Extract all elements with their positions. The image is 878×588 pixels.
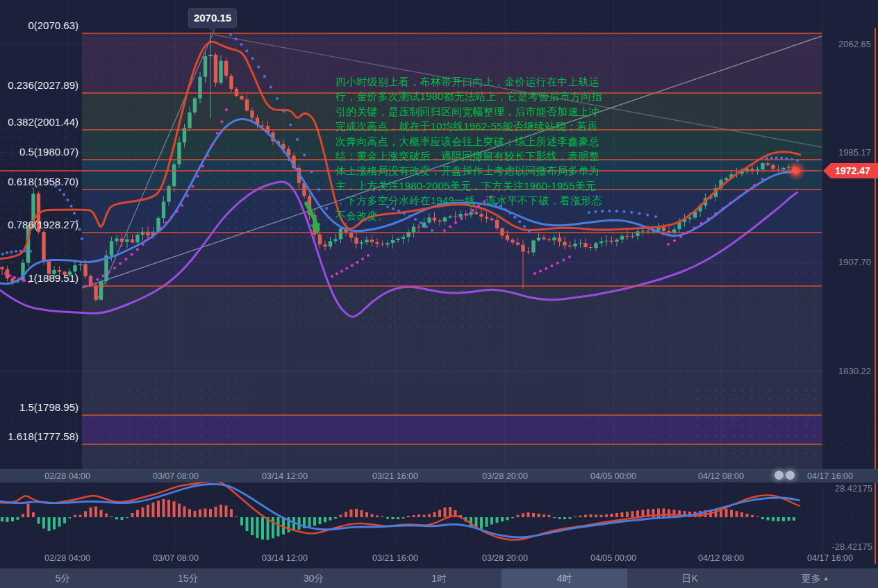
fib-level-label: 0.382(2001.44): [0, 116, 78, 128]
macd-scale-max: 28.42175: [835, 483, 872, 494]
time-axis-bottom: 02/28 04:0003/07 08:0003/14 12:0003/21 1…: [0, 553, 878, 564]
sar-dot: [303, 153, 306, 156]
time-axis-label: 04/17 16:00: [807, 471, 853, 481]
sar-dot: [96, 278, 99, 281]
tab-label: 15分: [178, 573, 199, 585]
timeframe-tabbar: 5分15分30分1时4时日K更多▲: [0, 568, 878, 588]
sar-dot: [545, 267, 547, 270]
sar-dot: [191, 185, 194, 187]
annotation-line: 完成次高点，就在于10均线1962-55能否继续站稳；若再: [336, 119, 602, 133]
tab-label: 更多: [802, 573, 821, 585]
sar-dot: [63, 193, 65, 196]
sar-dot: [289, 124, 292, 126]
sar-dot: [147, 237, 150, 240]
sar-dot: [630, 211, 633, 214]
last-price-glow: [786, 160, 806, 181]
price-chart-canvas[interactable]: [0, 0, 878, 469]
sar-dot: [165, 221, 167, 224]
sar-dot: [296, 138, 299, 141]
price-axis-label: 1830.22: [838, 367, 871, 376]
sar-dot: [707, 217, 710, 220]
macd-scale-min: -28.42175: [831, 541, 872, 552]
sar-dot: [251, 57, 254, 60]
sar-dot: [331, 275, 333, 278]
sar-dot: [170, 216, 173, 219]
tab-4h[interactable]: 4时: [502, 569, 627, 588]
sar-dot: [443, 229, 446, 232]
sar-dot: [257, 65, 260, 68]
time-axis-label: 03/14 12:00: [262, 471, 308, 481]
sar-dot: [356, 261, 358, 264]
time-axis-label: 03/28 20:00: [482, 471, 528, 481]
sar-dot: [345, 267, 348, 270]
sar-dot: [24, 250, 27, 253]
price-axis-label: 2062.65: [838, 40, 871, 49]
fib-level-label: 0.618(1958.70): [0, 176, 78, 188]
annotation-line: 结：黄金上涨突破后，遇阻回撤留有较长下影线，表明整: [336, 149, 602, 163]
sar-dot: [638, 212, 641, 215]
sar-dot: [679, 235, 682, 238]
tab-15min[interactable]: 15分: [126, 569, 251, 588]
sar-dot: [523, 225, 526, 228]
sar-dot: [201, 165, 204, 167]
analyst-annotation: 四小时级别上看，布林带开口向上，金价运行在中上轨运行，金价多次测试1980都无法…: [336, 74, 602, 223]
tab-daily[interactable]: 日K: [627, 569, 753, 588]
sar-dot: [216, 132, 219, 135]
sar-dot: [142, 243, 144, 246]
tab-1h[interactable]: 1时: [376, 569, 502, 588]
sar-dot: [263, 75, 266, 78]
sar-dot: [317, 188, 320, 191]
annotation-line: 体上涨格局没有改变，开盘操作上考虑以回撤布局多单为: [336, 163, 602, 178]
sar-dot: [197, 175, 199, 178]
scroll-to-latest-dots[interactable]: [786, 471, 795, 480]
sar-dot: [780, 157, 783, 160]
time-axis-label: 02/28 04:00: [44, 471, 90, 481]
time-axis[interactable]: 02/28 04:0003/07 08:0003/14 12:0003/21 1…: [0, 469, 878, 482]
sar-dot: [78, 228, 81, 231]
scroll-to-latest-dots[interactable]: [775, 471, 784, 480]
tab-label: 1时: [431, 573, 447, 585]
sar-dot: [745, 190, 747, 193]
sar-dot: [608, 210, 611, 212]
time-axis-label: 03/14 12:00: [262, 553, 308, 563]
tab-more[interactable]: 更多▲: [752, 569, 878, 588]
sar-dot: [240, 43, 242, 46]
sar-dot: [181, 204, 183, 207]
sar-dot: [550, 264, 553, 267]
sar-dot: [6, 251, 8, 254]
time-axis-label: 03/28 20:00: [482, 553, 528, 563]
fib-level-label: 0.786(1928.27): [0, 219, 78, 231]
tab-label: 4时: [557, 573, 572, 585]
sar-dot: [785, 157, 788, 160]
sar-dot: [700, 222, 703, 225]
annotation-line: 四小时级别上看，布林带开口向上，金价运行在中上轨运: [336, 74, 602, 89]
time-axis-label: 03/07 08:00: [153, 553, 199, 563]
sar-dot: [693, 227, 696, 230]
sar-dot: [737, 196, 740, 199]
time-axis-label: 04/05 00:00: [590, 471, 636, 481]
tab-30min[interactable]: 30分: [251, 569, 376, 588]
fib-level-label: 1.618(1777.58): [0, 430, 78, 443]
sar-dot: [176, 210, 179, 213]
sar-dot: [186, 194, 189, 197]
sar-dot: [276, 97, 279, 100]
price-axis-label: 1985.17: [838, 148, 871, 158]
macd-indicator-canvas[interactable]: [0, 482, 878, 564]
sar-dot: [154, 233, 156, 235]
sar-dot: [325, 207, 328, 210]
sar-dot: [229, 33, 232, 36]
sar-dot: [124, 258, 127, 260]
sar-dot: [336, 272, 338, 275]
tab-label: 5分: [55, 573, 70, 585]
sar-dot: [211, 143, 214, 146]
last-price-tag: 1972.47: [823, 163, 878, 178]
trading-chart-app: 2070.15 四小时级别上看，布林带开口向上，金价运行在中上轨运行，金价多次测…: [0, 0, 878, 588]
sar-dot: [85, 285, 88, 287]
sar-dot: [19, 250, 22, 253]
sar-dot: [235, 37, 238, 40]
time-axis-label: 04/17 16:00: [807, 553, 853, 563]
tab-5min[interactable]: 5分: [0, 569, 126, 588]
fib-level-label: 0(2070.63): [0, 19, 78, 32]
sar-dot: [69, 205, 72, 208]
fib-level-label: 1.5(1798.95): [0, 401, 78, 414]
